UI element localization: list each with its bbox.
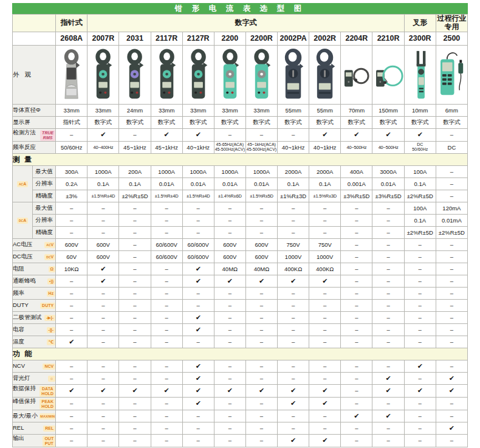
cell-aca-accuracy-2204R: ±3%R±5D: [341, 190, 372, 202]
cell-diode-test-2002R: –: [309, 311, 341, 323]
section-measure: 测 量: [13, 153, 468, 165]
cell-dc-voltage-2300R: –: [404, 250, 436, 263]
cell-output-2002PA: ✔: [278, 434, 309, 447]
cell-aca-accuracy-2200R: ±1.5%R±5D: [245, 190, 277, 202]
conductor-diameter-row: 导体直径Φ33mm33mm24mm33mm33mm33mm33mm55mm55m…: [13, 104, 468, 116]
cell-aca-accuracy-2007R: ±1.5%R±4D: [87, 190, 119, 202]
diode-test-row: 二极管测试-▶|-––––✔––––––––: [13, 311, 468, 323]
cell-duty-2002PA: –: [278, 299, 309, 311]
model-2127R: 2127R: [182, 32, 214, 45]
aca-accuracy-row: 精确度±3%±1.5%R±4D±2%R±5D±1.5%R±4D±1.5%R±4D…: [13, 190, 468, 202]
cell-rel-2007R: –: [87, 422, 119, 434]
cell-peak-hold-2031: –: [119, 397, 151, 410]
cell-detection-method-2200: –: [214, 128, 245, 141]
cell-aca-resolution-2002PA: 0.1A: [278, 177, 309, 190]
cell-backlight-2608A: –: [56, 372, 87, 384]
cell-dca-resolution-2210R: –: [372, 214, 404, 226]
cell-continuity-buzzer-2117R: –: [151, 275, 182, 287]
cell-resistance-2608A: 10KΩ: [56, 263, 87, 275]
cell-frequency-response-2002R: 40~1kHz: [309, 141, 341, 153]
row-label-continuity-buzzer: 通断蜂鸣•)): [13, 275, 56, 287]
output-row: 输出OUTPUT–––––––✔✔––––: [13, 434, 468, 447]
dc-voltage-icon: DCV: [44, 254, 55, 260]
cell-data-hold-2031: ✔: [119, 384, 151, 397]
product-illustration: [87, 47, 118, 102]
group-header-row: 指针式数字式叉形过程行业 专用: [13, 15, 468, 32]
cell-dca-max-2300R: 100A: [404, 202, 436, 214]
cell-dca-resolution-2007R: –: [87, 214, 119, 226]
cell-dca-accuracy-2210R: –: [372, 226, 404, 238]
cell-conductor-diameter-2300R: 10mm: [404, 104, 436, 116]
cell-output-2117R: –: [151, 434, 182, 447]
cell-peak-hold-2117R: –: [151, 397, 182, 410]
cell-dc-voltage-2117R: 60/600V: [151, 250, 182, 263]
cell-backlight-2200: –: [214, 372, 245, 384]
continuity-buzzer-icon: •)): [47, 278, 55, 284]
cell-duty-2002R: –: [309, 299, 341, 311]
cell-aca-resolution-2200R: 0.01A: [245, 177, 277, 190]
cell-peak-hold-2127R: ✔: [182, 397, 214, 410]
cell-diode-test-2210R: –: [372, 311, 404, 323]
row-label-temperature: 温度℃: [13, 336, 56, 348]
true-rms-icon: TRUERMS: [40, 130, 55, 141]
cell-peak-hold-2210R: –: [372, 397, 404, 410]
row-label-text: 输出: [13, 435, 24, 441]
row-label-text: DC电压: [13, 253, 33, 260]
backlight-row: 背光灯☼––––✔–––––✔–✔: [13, 372, 468, 384]
cell-peak-hold-2204R: –: [341, 397, 372, 410]
product-image-2608A: [56, 45, 87, 104]
cell-ac-voltage-2500: –: [436, 238, 467, 250]
cell-continuity-buzzer-2608A: –: [56, 275, 87, 287]
cell-aca-resolution-2210R: 0.01A: [372, 177, 404, 190]
cell-aca-resolution-2007R: 0.1A: [87, 177, 119, 190]
cell-temperature-2300R: –: [404, 336, 436, 348]
cell-aca-resolution-2200: 0.01A: [214, 177, 245, 190]
cell-conductor-diameter-2608A: 33mm: [56, 104, 87, 116]
cell-dc-voltage-2031: –: [119, 250, 151, 263]
product-image-2300R: [404, 45, 436, 104]
cell-ncv-2500: –: [436, 360, 467, 372]
cell-resistance-2031: –: [119, 263, 151, 275]
cell-capacitance-2500: –: [436, 323, 467, 336]
cell-resistance-2204R: –: [341, 263, 372, 275]
model-2007R: 2007R: [87, 32, 119, 45]
cell-continuity-buzzer-2002R: ✔: [309, 275, 341, 287]
cell-aca-accuracy-2300R: ±2%R±5D: [404, 190, 436, 202]
row-label-rel: RELREL: [13, 422, 56, 434]
cell-dca-max-2204R: –: [341, 202, 372, 214]
cell-continuity-buzzer-2007R: ✔: [87, 275, 119, 287]
cell-dca-resolution-2200: –: [214, 214, 245, 226]
cell-backlight-2200R: –: [245, 372, 277, 384]
cell-continuity-buzzer-2204R: –: [341, 275, 372, 287]
cell-temperature-2007R: –: [87, 336, 119, 348]
cell-frequency-2300R: –: [404, 287, 436, 299]
cell-aca-max-2031: 200A: [119, 165, 151, 177]
cell-duty-2300R: –: [404, 299, 436, 311]
cell-duty-2200R: –: [245, 299, 277, 311]
cell-temperature-2500: –: [436, 336, 467, 348]
peak-hold-row: 峰值保持PEAKHOLD––––✔––✔✔––––: [13, 397, 468, 410]
row-label-output: 输出OUTPUT: [13, 434, 56, 447]
cell-rel-2608A: –: [56, 422, 87, 434]
cell-aca-max-2500: –: [436, 165, 467, 177]
row-label-text: 温度: [13, 338, 24, 345]
cell-resistance-2002R: 400KΩ: [309, 263, 341, 275]
cell-resistance-2002PA: 400KΩ: [278, 263, 309, 275]
cell-capacitance-2031: –: [119, 323, 151, 336]
cell-backlight-2117R: –: [151, 372, 182, 384]
aca-max-row: ACA最大值300A1000A200A1000A1000A1000A1000A2…: [13, 165, 468, 177]
cell-dc-voltage-2200R: 600V: [245, 250, 277, 263]
cell-aca-accuracy-2500: –: [436, 190, 467, 202]
cell-continuity-buzzer-2031: –: [119, 275, 151, 287]
cell-ac-voltage-2127R: 60/600V: [182, 238, 214, 250]
cell-display-type-2031: 数字式: [119, 116, 151, 128]
cell-conductor-diameter-2002R: 55mm: [309, 104, 341, 116]
cell-peak-hold-2500: –: [436, 397, 467, 410]
cell-detection-method-2007R: ✔: [87, 128, 119, 141]
cell-output-2127R: –: [182, 434, 214, 447]
group-label-0: 指针式: [56, 15, 87, 32]
cell-duty-2127R: –: [182, 299, 214, 311]
cell-diode-test-2007R: –: [87, 311, 119, 323]
cell-ac-voltage-2002R: 750V: [309, 238, 341, 250]
cell-frequency-response-2200R: 45~1kHz(ACA) 45-500Hz(ACV): [245, 141, 277, 153]
